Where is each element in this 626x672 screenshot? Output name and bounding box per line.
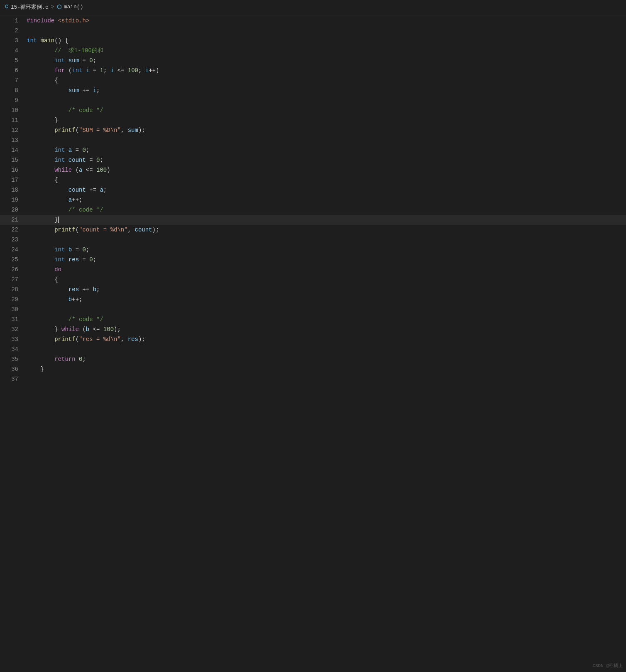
- line-content-33: printf("res = %d\n", res);: [25, 334, 626, 344]
- line-content-36: }: [25, 364, 626, 374]
- line-content-9: [25, 95, 626, 105]
- token-kw-var: i: [110, 67, 114, 74]
- code-line-2[interactable]: 2: [0, 26, 626, 36]
- code-line-3[interactable]: 3int main() {: [0, 36, 626, 46]
- token-kw-string: "count = %d\n": [79, 226, 128, 233]
- token-kw-var: sum: [68, 57, 79, 64]
- breadcrumb-filename[interactable]: 15-循环案例.c: [11, 3, 49, 11]
- token-kw-comment: /* code */: [68, 316, 103, 323]
- line-number-2: 2: [0, 26, 25, 36]
- token-kw-number: 0: [89, 57, 93, 64]
- line-number-23: 23: [0, 235, 25, 245]
- line-content-26: do: [25, 265, 626, 275]
- code-line-21[interactable]: 21 }: [0, 215, 626, 225]
- code-line-36[interactable]: 36 }: [0, 364, 626, 374]
- token-kw-plain: ;: [103, 187, 107, 193]
- code-line-33[interactable]: 33 printf("res = %d\n", res);: [0, 334, 626, 344]
- code-line-22[interactable]: 22 printf("count = %d\n", count);: [0, 225, 626, 235]
- code-line-15[interactable]: 15 int count = 0;: [0, 155, 626, 165]
- line-content-12: printf("SUM = %D\n", sum);: [25, 125, 626, 135]
- token-kw-plain: [27, 316, 68, 323]
- token-kw-plain: [27, 57, 54, 64]
- code-line-37[interactable]: 37: [0, 374, 626, 384]
- code-line-28[interactable]: 28 res += b;: [0, 285, 626, 295]
- token-kw-plain: );: [138, 336, 145, 343]
- token-kw-plain: (: [76, 127, 79, 134]
- code-line-23[interactable]: 23: [0, 235, 626, 245]
- token-kw-plain: ;: [93, 256, 96, 263]
- code-line-8[interactable]: 8 sum += i;: [0, 85, 626, 95]
- token-kw-plain: =: [89, 67, 100, 74]
- token-kw-number: 100: [128, 67, 138, 74]
- token-kw-plain: [76, 356, 79, 363]
- code-line-5[interactable]: 5 int sum = 0;: [0, 56, 626, 66]
- token-kw-plain: [27, 87, 68, 94]
- token-kw-plain: +=: [79, 286, 93, 293]
- code-line-31[interactable]: 31 /* code */: [0, 314, 626, 324]
- code-line-10[interactable]: 10 /* code */: [0, 105, 626, 115]
- code-line-4[interactable]: 4 // 求1-100的和: [0, 46, 626, 56]
- token-kw-var: b: [86, 326, 89, 333]
- code-line-20[interactable]: 20 /* code */: [0, 205, 626, 215]
- token-kw-var: b: [68, 246, 72, 253]
- line-number-13: 13: [0, 135, 25, 145]
- token-kw-var: i: [93, 87, 96, 94]
- token-kw-plain: [37, 37, 40, 44]
- token-kw-string: "SUM = %D\n": [79, 127, 121, 134]
- line-number-17: 17: [0, 175, 25, 185]
- token-kw-plain: [27, 127, 54, 134]
- token-kw-plain: [27, 226, 54, 233]
- token-kw-func: printf: [54, 336, 75, 343]
- code-line-24[interactable]: 24 int b = 0;: [0, 245, 626, 255]
- code-line-17[interactable]: 17 {: [0, 175, 626, 185]
- token-kw-control: return: [54, 356, 75, 363]
- code-line-6[interactable]: 6 for (int i = 1; i <= 100; i++): [0, 66, 626, 75]
- token-kw-control: while: [54, 167, 72, 173]
- code-line-29[interactable]: 29 b++;: [0, 295, 626, 304]
- code-line-12[interactable]: 12 printf("SUM = %D\n", sum);: [0, 125, 626, 135]
- token-kw-var: sum: [68, 87, 79, 94]
- token-kw-number: 1: [100, 67, 103, 74]
- code-line-1[interactable]: 1#include <stdio.h>: [0, 16, 626, 26]
- code-line-19[interactable]: 19 a++;: [0, 195, 626, 205]
- code-line-26[interactable]: 26 do: [0, 265, 626, 275]
- token-kw-var: a: [68, 147, 72, 153]
- code-line-7[interactable]: 7 {: [0, 75, 626, 85]
- line-number-34: 34: [0, 344, 25, 354]
- token-kw-type: int: [54, 57, 65, 64]
- token-kw-plain: =: [72, 246, 82, 253]
- line-content-20: /* code */: [25, 205, 626, 215]
- code-line-34[interactable]: 34: [0, 344, 626, 354]
- token-kw-var: a: [100, 187, 103, 193]
- token-kw-control: for: [54, 67, 65, 74]
- code-line-14[interactable]: 14 int a = 0;: [0, 145, 626, 155]
- code-line-35[interactable]: 35 return 0;: [0, 354, 626, 364]
- code-editor[interactable]: 1#include <stdio.h>2 3int main() {4 // 求…: [0, 14, 626, 384]
- code-line-9[interactable]: 9: [0, 95, 626, 105]
- token-kw-plain: ,: [121, 127, 128, 134]
- cube-icon: ⬡: [57, 4, 61, 10]
- code-line-13[interactable]: 13: [0, 135, 626, 145]
- line-number-20: 20: [0, 205, 25, 215]
- token-kw-plain: [27, 356, 54, 363]
- token-kw-plain: [65, 57, 68, 64]
- code-line-27[interactable]: 27 {: [0, 275, 626, 285]
- line-content-7: {: [25, 75, 626, 85]
- code-line-32[interactable]: 32 } while (b <= 100);: [0, 324, 626, 334]
- token-kw-plain: [27, 246, 54, 253]
- token-kw-var: res: [128, 336, 138, 343]
- token-kw-plain: [65, 157, 68, 163]
- code-line-25[interactable]: 25 int res = 0;: [0, 255, 626, 265]
- token-kw-plain: [27, 296, 68, 303]
- code-line-16[interactable]: 16 while (a <= 100): [0, 165, 626, 175]
- line-number-15: 15: [0, 155, 25, 165]
- line-number-36: 36: [0, 364, 25, 374]
- code-line-30[interactable]: 30: [0, 304, 626, 314]
- token-kw-plain: [65, 246, 68, 253]
- token-kw-plain: ++;: [72, 296, 82, 303]
- token-kw-number: 100: [103, 326, 114, 333]
- token-kw-number: 100: [96, 167, 107, 173]
- code-line-18[interactable]: 18 count += a;: [0, 185, 626, 195]
- code-line-11[interactable]: 11 }: [0, 115, 626, 125]
- token-kw-control: do: [54, 266, 61, 273]
